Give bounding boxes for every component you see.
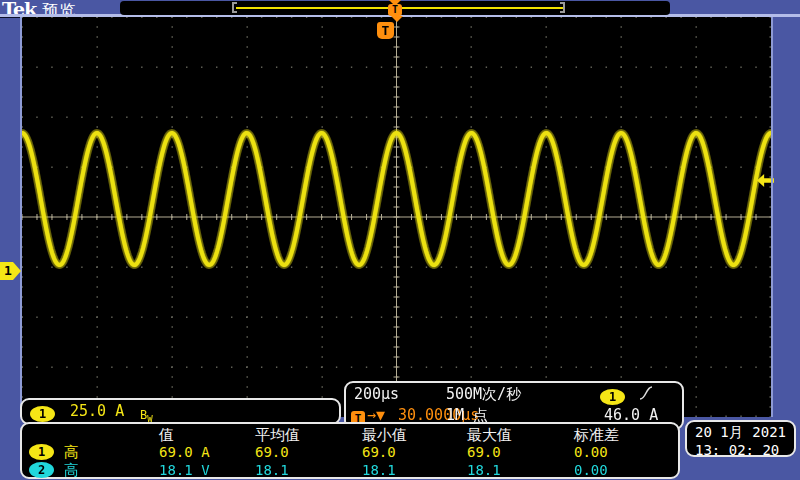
channel1-badge-icon[interactable]: 1 (30, 406, 55, 422)
channel1-readout[interactable]: 1 25.0 A BW (20, 398, 341, 425)
rising-edge-slope-icon (638, 384, 654, 406)
record-view-bar: T (120, 1, 670, 15)
measurement-min: 18.1 (362, 462, 396, 478)
datetime-box: 20 1月 2021 13: 02: 20 (685, 420, 796, 457)
display-left-edge (20, 17, 22, 417)
column-value: 值 (159, 427, 174, 444)
record-window-right-bracket-icon[interactable] (560, 2, 565, 13)
measurement-name: 高 (64, 462, 79, 479)
measurement-max: 69.0 (467, 444, 501, 460)
trigger-t-icon: T (388, 4, 402, 16)
waveform-display: T (22, 17, 771, 417)
measurement-row-ch2: 2 高 18.1 V 18.1 18.1 18.1 0.00 (22, 462, 678, 479)
measurement-value: 18.1 V (159, 462, 210, 478)
measurement-mean: 69.0 (255, 444, 289, 460)
measurement-max: 18.1 (467, 462, 501, 478)
measurement-header-row: 值 平均值 最小值 最大值 标准差 (22, 427, 678, 444)
column-mean: 平均值 (255, 427, 300, 444)
oscilloscope-screen: Tek预览 T T 1 1 25.0 A BW 200μs 500M次/秒 1 … (0, 0, 800, 480)
measurement-name: 高 (64, 444, 79, 461)
record-trigger-position-marker[interactable]: T (388, 0, 402, 16)
measurement-stddev: 0.00 (574, 444, 608, 460)
channel1-scale: 25.0 A (70, 403, 124, 420)
channel2-badge-icon[interactable]: 2 (29, 462, 54, 478)
time-per-div: 200μs (354, 386, 399, 403)
trigger-position-arrow-icon[interactable] (391, 16, 403, 22)
waveform-canvas (22, 17, 771, 417)
measurement-table: 值 平均值 最小值 最大值 标准差 1 高 69.0 A 69.0 69.0 6… (20, 422, 680, 479)
sample-rate: 500M次/秒 (446, 386, 521, 403)
record-window-left-bracket-icon[interactable] (232, 2, 237, 13)
channel1-ground-marker[interactable]: 1 (0, 262, 21, 280)
column-min: 最小值 (362, 427, 407, 444)
time-text: 13: 02: 20 (695, 442, 779, 458)
year-text: 2021 (752, 424, 786, 442)
measurement-stddev: 0.00 (574, 462, 608, 478)
column-max: 最大值 (467, 427, 512, 444)
bandwidth-limit-icon: BW (140, 404, 153, 424)
measurement-mean: 18.1 (255, 462, 289, 478)
measurement-row-ch1: 1 高 69.0 A 69.0 69.0 69.0 0.00 (22, 444, 678, 461)
date-text: 20 1月 (695, 424, 743, 442)
display-right-edge (771, 17, 773, 417)
trigger-source-badge-icon[interactable]: 1 (600, 389, 625, 405)
channel1-badge-icon[interactable]: 1 (29, 444, 54, 460)
measurement-min: 69.0 (362, 444, 396, 460)
measurement-value: 69.0 A (159, 444, 210, 460)
trigger-position-marker[interactable]: T (377, 22, 394, 39)
column-stddev: 标准差 (574, 427, 619, 444)
